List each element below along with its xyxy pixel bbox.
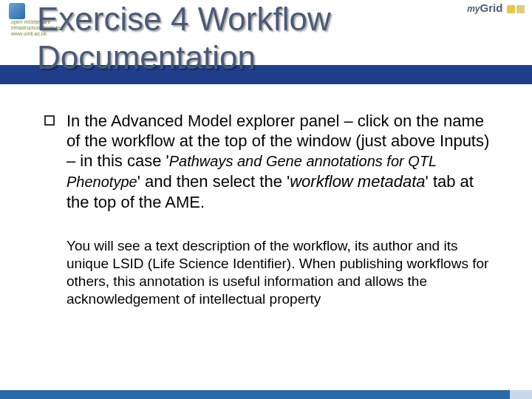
p1-text: ' and then select the ' <box>137 172 290 191</box>
grid-square-icon <box>516 5 525 13</box>
footer-corner <box>510 390 532 399</box>
slide-title: Exercise 4 Workflow Documentation <box>37 0 510 77</box>
omii-cube-icon <box>9 3 25 19</box>
bullet-icon <box>44 115 55 126</box>
paragraph-2: You will see a text description of the w… <box>66 237 495 308</box>
bullet-item: In the Advanced Model explorer panel – c… <box>44 111 495 212</box>
paragraph-1: In the Advanced Model explorer panel – c… <box>66 111 495 212</box>
slide-body: In the Advanced Model explorer panel – c… <box>44 111 495 308</box>
slide: open middleware infrastructure institute… <box>0 0 532 399</box>
footer-bar <box>0 390 532 399</box>
p1-italic-2: workflow metadata <box>290 172 425 191</box>
